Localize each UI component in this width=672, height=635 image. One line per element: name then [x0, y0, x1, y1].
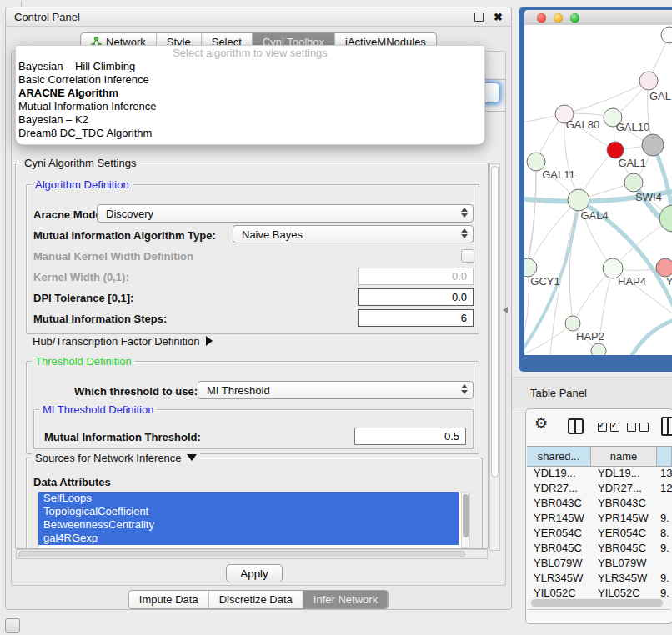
table-cell: YDR27...: [527, 481, 591, 496]
network-edge[interactable]: [629, 318, 672, 355]
network-view-window: GALGAL80GAL10GAL1GAL11SWI4GAL4GCY1HAP4YH…: [519, 7, 672, 372]
table-cell: YER054C: [527, 526, 591, 541]
settings-vertical-scrollbar[interactable]: [489, 163, 500, 551]
mi-threshold-definition-group: MI Threshold Definition Mutual Informati…: [33, 409, 474, 449]
minimize-traffic-light[interactable]: [554, 13, 563, 22]
mi-threshold-definition-label: MI Threshold Definition: [39, 403, 157, 416]
hub-section-label: Hub/Transcription Factor Definition: [33, 335, 199, 348]
kernel-width-field[interactable]: [358, 268, 474, 285]
attribute-item-topologicalcoefficient[interactable]: TopologicalCoefficient: [38, 505, 459, 518]
cyni-algorithm-settings-group: Cyni Algorithm Settings Algorithm Defini…: [15, 162, 489, 549]
settings-horizontal-scrollbar-thumb[interactable]: [18, 551, 465, 558]
table-cell: 9.: [657, 511, 672, 526]
network-node-gal1[interactable]: [607, 142, 624, 158]
table-row[interactable]: YER054CYER054C8.: [527, 526, 672, 541]
table-grid-icon[interactable]: [661, 417, 672, 436]
network-node-n-bot[interactable]: [591, 343, 606, 355]
table-cell: YDL19...: [591, 466, 657, 481]
threshold-definition-group: Threshold Definition Which threshold to …: [26, 361, 479, 454]
table-row[interactable]: YBL079WYBL079W: [527, 556, 672, 571]
mi-algorithm-type-combobox[interactable]: Naive Bayes: [233, 225, 474, 243]
dpi-tolerance-field[interactable]: [358, 288, 474, 306]
threshold-definition-label: Threshold Definition: [32, 355, 135, 368]
close-traffic-light[interactable]: [537, 13, 546, 22]
network-node-label: GAL10: [616, 121, 649, 133]
subtab-discretize-data[interactable]: Discretize Data: [208, 591, 303, 608]
network-graph[interactable]: GALGAL80GAL10GAL1GAL11SWI4GAL4GCY1HAP4YH…: [524, 25, 672, 355]
apply-button[interactable]: Apply: [226, 564, 283, 582]
tab-label: Discretize Data: [219, 593, 293, 606]
network-node-n-biggreen[interactable]: [659, 205, 672, 232]
aracne-mode-value: Discovery: [106, 208, 153, 220]
column-header-name[interactable]: name: [591, 447, 657, 466]
deselect-all-checkboxes-icon[interactable]: [627, 422, 649, 432]
close-icon[interactable]: ✖: [494, 12, 503, 22]
algorithm-definition-group: Algorithm Definition Aracne Mode: Discov…: [26, 184, 479, 334]
subtab-impute-data[interactable]: Impute Data: [129, 591, 208, 608]
attribute-item-selfloops[interactable]: SelfLoops: [38, 492, 459, 505]
attributes-scrollbar-thumb[interactable]: [463, 494, 469, 538]
panel-splitter-arrow-icon[interactable]: [503, 307, 508, 313]
network-edge[interactable]: [524, 323, 573, 355]
algorithm-option-bayesian-hill-climbing[interactable]: Bayesian – Hill Climbing: [16, 60, 484, 73]
table-cell: YBL079W: [527, 556, 591, 571]
bottom-corner-icon[interactable]: [5, 618, 20, 633]
algorithm-option-dream8-dc-tdc-algorithm[interactable]: Dream8 DC_TDC Algorithm: [16, 127, 484, 140]
algorithm-option-basic-correlation-inference[interactable]: Basic Correlation Inference: [16, 73, 484, 87]
table-cell: 12: [657, 481, 672, 496]
table-horizontal-scrollbar-thumb[interactable]: [531, 599, 663, 607]
zoom-traffic-light[interactable]: [570, 13, 579, 22]
mi-algorithm-type-label: Mutual Information Algorithm Type:: [33, 229, 216, 242]
table-row[interactable]: YBR043CYBR043C: [527, 496, 672, 511]
stepper-icon: [461, 208, 468, 218]
manual-kernel-checkbox[interactable]: [461, 249, 474, 262]
network-node-label: GAL80: [566, 118, 599, 131]
network-node-hap2[interactable]: [565, 316, 580, 331]
network-node-label: HAP4: [618, 275, 646, 288]
table-cell: YLR345W: [527, 571, 591, 586]
mi-threshold-field[interactable]: [354, 428, 466, 445]
network-node-n-gray[interactable]: [642, 134, 664, 156]
select-all-checkboxes-icon[interactable]: [598, 422, 619, 432]
sources-group: Sources for Network Inference Data Attri…: [26, 458, 483, 549]
column-header-shared[interactable]: shared...: [527, 447, 591, 466]
table-rows: YDL19...YDL19...13YDR27...YDR27...12YBR0…: [527, 466, 672, 601]
attributes-scrollbar[interactable]: [461, 492, 470, 548]
mi-steps-field[interactable]: [358, 309, 474, 327]
which-threshold-combobox[interactable]: MI Threshold: [198, 381, 474, 399]
control-panel-titlebar: Control Panel ✖: [6, 8, 511, 27]
table-row[interactable]: YDL19...YDL19...13: [527, 466, 672, 481]
column-header-partial[interactable]: [657, 447, 672, 466]
aracne-mode-combobox[interactable]: Discovery: [97, 204, 474, 222]
screen: Control Panel ✖ NetworkStyleSelectCyni T…: [0, 0, 672, 635]
algorithm-option-mutual-information-inference[interactable]: Mutual Information Inference: [16, 100, 484, 113]
algorithm-option-bayesian-k2[interactable]: Bayesian – K2: [16, 113, 484, 127]
network-node-swi4[interactable]: [624, 173, 643, 192]
gear-icon[interactable]: ⚙: [534, 414, 548, 432]
table-panel: ⚙ shared...name YDL19...YDL19...13YDR27.…: [525, 408, 672, 624]
network-canvas[interactable]: GALGAL80GAL10GAL1GAL11SWI4GAL4GCY1HAP4YH…: [524, 25, 672, 355]
network-node-y[interactable]: [656, 258, 672, 277]
hub-section-toggle[interactable]: Hub/Transcription Factor Definition: [33, 335, 213, 348]
mi-threshold-label: Mutual Information Threshold:: [44, 431, 201, 443]
network-node-gal[interactable]: [639, 72, 658, 90]
table-horizontal-scrollbar[interactable]: [528, 597, 671, 610]
algorithm-option-aracne-algorithm[interactable]: ARACNE Algorithm: [16, 87, 484, 100]
sources-group-toggle[interactable]: Sources for Network Inference: [32, 452, 200, 464]
settings-vertical-scrollbar-thumb[interactable]: [491, 166, 499, 478]
network-edge[interactable]: [564, 81, 649, 114]
network-node-gal4[interactable]: [568, 189, 589, 211]
network-window-titlebar: [524, 10, 672, 26]
table-row[interactable]: YDR27...YDR27...12: [527, 481, 672, 496]
subtab-infer-network[interactable]: Infer Network: [303, 591, 388, 608]
network-node-gcy1[interactable]: [524, 258, 537, 277]
split-columns-icon[interactable]: [568, 418, 584, 434]
table-row[interactable]: YPR145WYPR145W9.: [527, 511, 672, 526]
attribute-item-gal4rgexp[interactable]: gal4RGexp: [38, 532, 459, 545]
network-node-n-top[interactable]: [661, 27, 672, 43]
attribute-item-betweennesscentrality[interactable]: BetweennessCentrality: [38, 518, 459, 532]
table-row[interactable]: YBR045CYBR045C9.: [527, 541, 672, 556]
float-window-icon[interactable]: [474, 12, 484, 22]
table-row[interactable]: YLR345WYLR345W9.: [527, 571, 672, 586]
settings-horizontal-scrollbar[interactable]: [16, 549, 488, 559]
